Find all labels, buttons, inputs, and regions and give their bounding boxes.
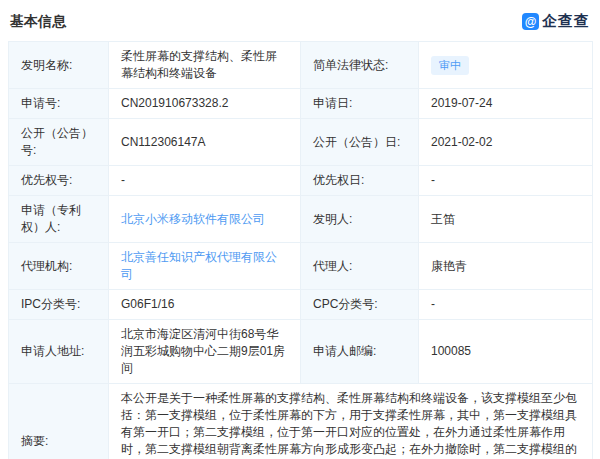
- field-value-inventor: 王笛: [419, 196, 593, 243]
- status-badge: 审中: [431, 56, 469, 75]
- field-value-applicant-address: 北京市海淀区清河中街68号华润五彩城购物中心二期9层01房间: [109, 320, 301, 384]
- field-value-abstract: 本公开是关于一种柔性屏幕的支撑结构、柔性屏幕结构和终端设备，该支撑模组至少包括：…: [109, 384, 593, 459]
- table-row-abstract: 摘要: 本公开是关于一种柔性屏幕的支撑结构、柔性屏幕结构和终端设备，该支撑模组至…: [9, 384, 593, 459]
- qichacha-brand: @ 企查查: [522, 12, 590, 31]
- field-label-simple-legal-status: 简单法律状态:: [301, 42, 419, 89]
- table-row: IPC分类号: G06F1/16 CPC分类号: -: [9, 290, 593, 320]
- agency-company-link[interactable]: 北京善任知识产权代理有限公司: [109, 243, 301, 290]
- field-label-priority-number: 优先权号:: [9, 166, 109, 196]
- field-label-publication-date: 公开（公告）日:: [301, 119, 419, 166]
- basic-info-table: 发明名称: 柔性屏幕的支撑结构、柔性屏幕结构和终端设备 简单法律状态: 审中 申…: [8, 41, 593, 459]
- table-row: 申请人地址: 北京市海淀区清河中街68号华润五彩城购物中心二期9层01房间 申请…: [9, 320, 593, 384]
- field-label-application-date: 申请日:: [301, 89, 419, 119]
- field-value-cpc-class: -: [419, 290, 593, 320]
- field-label-application-number: 申请号:: [9, 89, 109, 119]
- page-header: 基本信息 @ 企查查: [8, 8, 592, 41]
- field-value-application-date: 2019-07-24: [419, 89, 593, 119]
- field-label-inventor: 发明人:: [301, 196, 419, 243]
- field-value-publication-number: CN112306147A: [109, 119, 301, 166]
- field-label-priority-date: 优先权日:: [301, 166, 419, 196]
- table-row: 公开（公告）号: CN112306147A 公开（公告）日: 2021-02-0…: [9, 119, 593, 166]
- field-label-cpc-class: CPC分类号:: [301, 290, 419, 320]
- page-title: 基本信息: [10, 13, 66, 31]
- field-label-agent: 代理人:: [301, 243, 419, 290]
- table-row: 申请（专利权）人: 北京小米移动软件有限公司 发明人: 王笛: [9, 196, 593, 243]
- table-row: 发明名称: 柔性屏幕的支撑结构、柔性屏幕结构和终端设备 简单法律状态: 审中: [9, 42, 593, 89]
- field-value-publication-date: 2021-02-02: [419, 119, 593, 166]
- qichacha-logo-icon: @: [522, 13, 539, 30]
- table-row: 优先权号: - 优先权日: -: [9, 166, 593, 196]
- field-label-publication-number: 公开（公告）号:: [9, 119, 109, 166]
- field-label-applicant: 申请（专利权）人:: [9, 196, 109, 243]
- applicant-company-link[interactable]: 北京小米移动软件有限公司: [109, 196, 301, 243]
- field-value-priority-date: -: [419, 166, 593, 196]
- field-label-abstract: 摘要:: [9, 384, 109, 459]
- field-label-invention-title: 发明名称:: [9, 42, 109, 89]
- field-value-invention-title: 柔性屏幕的支撑结构、柔性屏幕结构和终端设备: [109, 42, 301, 89]
- field-value-simple-legal-status: 审中: [419, 42, 593, 89]
- field-value-applicant-zipcode: 100085: [419, 320, 593, 384]
- field-value-priority-number: -: [109, 166, 301, 196]
- field-label-ipc-class: IPC分类号:: [9, 290, 109, 320]
- field-value-ipc-class: G06F1/16: [109, 290, 301, 320]
- table-row: 申请号: CN201910673328.2 申请日: 2019-07-24: [9, 89, 593, 119]
- field-label-applicant-zipcode: 申请人邮编:: [301, 320, 419, 384]
- field-label-agency: 代理机构:: [9, 243, 109, 290]
- qichacha-brand-text: 企查查: [542, 12, 590, 31]
- field-value-application-number: CN201910673328.2: [109, 89, 301, 119]
- field-value-agent: 康艳青: [419, 243, 593, 290]
- table-row: 代理机构: 北京善任知识产权代理有限公司 代理人: 康艳青: [9, 243, 593, 290]
- field-label-applicant-address: 申请人地址:: [9, 320, 109, 384]
- patent-basic-info-page: 基本信息 @ 企查查 发明名称: 柔性屏幕的支撑结构、柔性屏幕结构和终端设备 简…: [0, 0, 600, 459]
